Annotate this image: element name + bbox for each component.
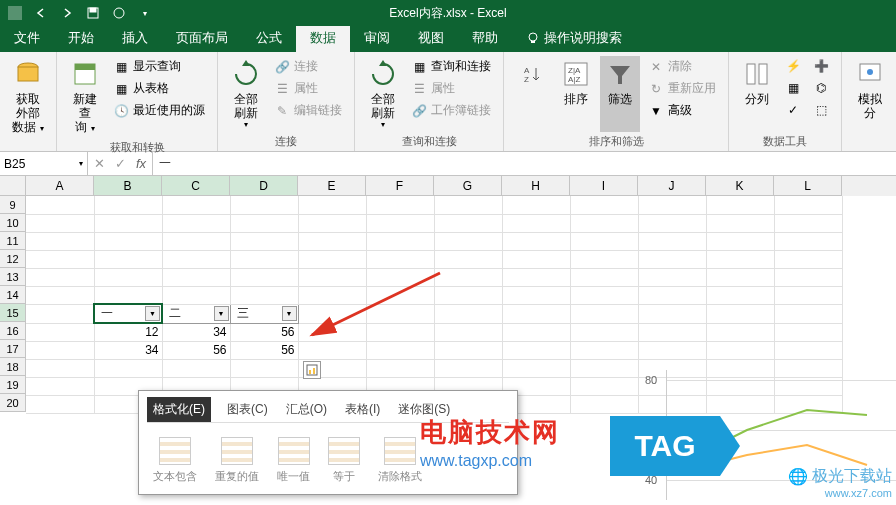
sort-asc-button[interactable]: AZ (512, 56, 552, 132)
queries-connections-button[interactable]: ▦查询和连接 (407, 56, 495, 77)
qa-opt-unique[interactable]: 唯一值 (277, 437, 310, 484)
qa-opt-equal[interactable]: 等于 (328, 437, 360, 484)
tab-data[interactable]: 数据 (296, 24, 350, 52)
col-header[interactable]: G (434, 176, 502, 196)
qa-opt-clear[interactable]: 清除格式 (378, 437, 422, 484)
cell[interactable]: 34 (162, 323, 230, 341)
filter-button[interactable]: 筛选 (600, 56, 640, 132)
get-external-data-button[interactable]: 获取外部数据 ▾ (8, 56, 48, 147)
qa-tab-format[interactable]: 格式化(E) (147, 397, 211, 422)
qat-more-icon[interactable]: ▾ (134, 2, 156, 24)
col-header[interactable]: B (94, 176, 162, 196)
tab-view[interactable]: 视图 (404, 24, 458, 52)
data-model-button[interactable]: ⬚ (809, 100, 833, 120)
workbook-links-button[interactable]: 🔗工作簿链接 (407, 100, 495, 121)
row-header[interactable]: 12 (0, 250, 26, 268)
row-header[interactable]: 11 (0, 232, 26, 250)
qa-opt-duplicates[interactable]: 重复的值 (215, 437, 259, 484)
tab-review[interactable]: 审阅 (350, 24, 404, 52)
app-icon[interactable] (4, 2, 26, 24)
cell[interactable]: 12 (94, 323, 162, 341)
relationships-button[interactable]: ⌬ (809, 78, 833, 98)
cell[interactable]: 34 (94, 341, 162, 359)
tab-home[interactable]: 开始 (54, 24, 108, 52)
tab-layout[interactable]: 页面布局 (162, 24, 242, 52)
cell[interactable]: 56 (230, 323, 298, 341)
col-header[interactable]: C (162, 176, 230, 196)
properties-button-2[interactable]: ☰属性 (407, 78, 495, 99)
qa-opt-text-contains[interactable]: 文本包含 (153, 437, 197, 484)
edit-links-button[interactable]: ✎编辑链接 (270, 100, 346, 121)
formula-input[interactable] (153, 157, 896, 171)
filter-dropdown-icon[interactable]: ▼ (145, 306, 160, 321)
connections-button[interactable]: 🔗连接 (270, 56, 346, 77)
col-header[interactable]: K (706, 176, 774, 196)
col-header[interactable]: H (502, 176, 570, 196)
row-header[interactable]: 10 (0, 214, 26, 232)
accept-formula-icon[interactable]: ✓ (115, 156, 126, 171)
cell[interactable]: 56 (162, 341, 230, 359)
data-validation-button[interactable]: ✓ (781, 100, 805, 120)
col-header[interactable]: D (230, 176, 298, 196)
consolidate-button[interactable]: ➕ (809, 56, 833, 76)
from-table-button[interactable]: ▦从表格 (109, 78, 209, 99)
redo-icon[interactable] (56, 2, 78, 24)
select-all-corner[interactable] (0, 176, 26, 196)
row-header[interactable]: 16 (0, 322, 26, 340)
flash-fill-button[interactable]: ⚡ (781, 56, 805, 76)
row-header[interactable]: 14 (0, 286, 26, 304)
col-header[interactable]: J (638, 176, 706, 196)
tab-formulas[interactable]: 公式 (242, 24, 296, 52)
name-box-input[interactable] (4, 157, 64, 171)
qa-tab-totals[interactable]: 汇总(O) (284, 397, 329, 422)
row-header[interactable]: 9 (0, 196, 26, 214)
row-header[interactable]: 17 (0, 340, 26, 358)
save-icon[interactable] (82, 2, 104, 24)
touch-icon[interactable] (108, 2, 130, 24)
row-header[interactable]: 20 (0, 394, 26, 412)
col-header[interactable]: E (298, 176, 366, 196)
namebox-dropdown-icon[interactable]: ▾ (79, 159, 83, 168)
tab-help[interactable]: 帮助 (458, 24, 512, 52)
col-header[interactable]: F (366, 176, 434, 196)
show-queries-button[interactable]: ▦显示查询 (109, 56, 209, 77)
col-header[interactable]: I (570, 176, 638, 196)
filter-dropdown-icon[interactable]: ▼ (214, 306, 229, 321)
advanced-filter-button[interactable]: ▼高级 (644, 100, 720, 121)
recent-sources-button[interactable]: 🕓最近使用的源 (109, 100, 209, 121)
cancel-formula-icon[interactable]: ✕ (94, 156, 105, 171)
group-forecast: 模拟分 (842, 52, 896, 151)
cell[interactable]: 56 (230, 341, 298, 359)
sort-button[interactable]: Z|AA|Z 排序 (556, 56, 596, 132)
qa-tab-tables[interactable]: 表格(I) (343, 397, 382, 422)
tab-insert[interactable]: 插入 (108, 24, 162, 52)
reapply-button[interactable]: ↻重新应用 (644, 78, 720, 99)
remove-duplicates-button[interactable]: ▦ (781, 78, 805, 98)
row-header[interactable]: 15 (0, 304, 26, 322)
col-header[interactable]: A (26, 176, 94, 196)
col-header[interactable]: L (774, 176, 842, 196)
filter-header-cell[interactable]: 二▼ (162, 304, 230, 323)
filter-header-cell[interactable]: 三▼ (230, 304, 298, 323)
watermark-site1: 电脑技术网 www.tagxp.com (420, 415, 560, 470)
validation-icon: ✓ (785, 102, 801, 118)
row-header[interactable]: 18 (0, 358, 26, 376)
refresh-all-button[interactable]: 全部刷新 ▾ (226, 56, 266, 132)
filter-dropdown-icon[interactable]: ▼ (282, 306, 297, 321)
name-box[interactable]: ▾ (0, 152, 88, 175)
fx-icon[interactable]: fx (136, 156, 146, 171)
quick-analysis-tag[interactable] (303, 361, 321, 379)
tell-me[interactable]: 操作说明搜索 (512, 24, 636, 52)
row-header[interactable]: 13 (0, 268, 26, 286)
tab-file[interactable]: 文件 (0, 24, 54, 52)
row-header[interactable]: 19 (0, 376, 26, 394)
filter-header-cell[interactable]: 一▼ (94, 304, 162, 323)
clear-filter-button[interactable]: ✕清除 (644, 56, 720, 77)
qa-tab-charts[interactable]: 图表(C) (225, 397, 270, 422)
properties-button[interactable]: ☰属性 (270, 78, 346, 99)
refresh-all-button-2[interactable]: 全部刷新 ▾ (363, 56, 403, 132)
new-query-button[interactable]: 新建查询 ▾ (65, 56, 105, 138)
text-to-columns-button[interactable]: 分列 (737, 56, 777, 132)
undo-icon[interactable] (30, 2, 52, 24)
whatif-button[interactable]: 模拟分 (850, 56, 890, 147)
